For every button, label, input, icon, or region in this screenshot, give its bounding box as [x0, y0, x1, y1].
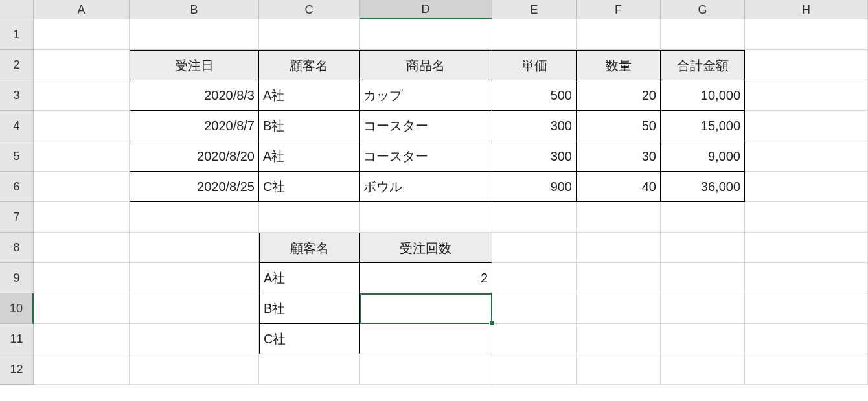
cell-E7[interactable] [492, 202, 577, 233]
row-header-12[interactable]: 12 [0, 354, 34, 385]
cell-F2[interactable]: 数量 [577, 50, 661, 80]
cell-E1[interactable] [492, 19, 577, 50]
cell-G9[interactable] [661, 263, 745, 293]
cell-H12[interactable] [745, 354, 868, 385]
cell-F7[interactable] [577, 202, 661, 233]
cell-B9[interactable] [130, 263, 259, 293]
cell-H4[interactable] [745, 111, 868, 141]
row-header-2[interactable]: 2 [0, 50, 34, 80]
cell-D1[interactable] [360, 19, 492, 50]
cell-D10[interactable] [360, 293, 492, 324]
cell-D12[interactable] [360, 354, 492, 385]
col-header-E[interactable]: E [492, 0, 577, 19]
row-header-6[interactable]: 6 [0, 172, 34, 202]
cell-D6[interactable]: ボウル [360, 172, 492, 202]
cell-C6[interactable]: C社 [259, 172, 360, 202]
cell-C11[interactable]: C社 [259, 324, 360, 354]
cell-C8[interactable]: 顧客名 [259, 233, 360, 263]
cell-C10[interactable]: B社 [259, 293, 360, 324]
cell-B10[interactable] [130, 293, 259, 324]
cell-F1[interactable] [577, 19, 661, 50]
row-header-3[interactable]: 3 [0, 80, 34, 111]
cell-D9[interactable]: 2 [360, 263, 492, 293]
cell-G7[interactable] [661, 202, 745, 233]
cell-H6[interactable] [745, 172, 868, 202]
cell-C2[interactable]: 顧客名 [259, 50, 360, 80]
cell-G8[interactable] [661, 233, 745, 263]
cell-D5[interactable]: コースター [360, 141, 492, 172]
cell-G12[interactable] [661, 354, 745, 385]
cell-A3[interactable] [34, 80, 130, 111]
cell-C12[interactable] [259, 354, 360, 385]
cell-E2[interactable]: 単価 [492, 50, 577, 80]
cell-H11[interactable] [745, 324, 868, 354]
col-header-H[interactable]: H [745, 0, 868, 19]
cell-D8[interactable]: 受注回数 [360, 233, 492, 263]
row-header-5[interactable]: 5 [0, 141, 34, 172]
cell-D11[interactable] [360, 324, 492, 354]
cell-F6[interactable]: 40 [577, 172, 661, 202]
cell-B8[interactable] [130, 233, 259, 263]
col-header-F[interactable]: F [577, 0, 661, 19]
row-header-9[interactable]: 9 [0, 263, 34, 293]
cell-F4[interactable]: 50 [577, 111, 661, 141]
cell-E9[interactable] [492, 263, 577, 293]
cell-G2[interactable]: 合計金額 [661, 50, 745, 80]
cell-A6[interactable] [34, 172, 130, 202]
col-header-C[interactable]: C [259, 0, 360, 19]
cell-E5[interactable]: 300 [492, 141, 577, 172]
cell-F10[interactable] [577, 293, 661, 324]
cell-F5[interactable]: 30 [577, 141, 661, 172]
cell-G1[interactable] [661, 19, 745, 50]
cell-H9[interactable] [745, 263, 868, 293]
cell-A11[interactable] [34, 324, 130, 354]
cell-C3[interactable]: A社 [259, 80, 360, 111]
col-header-A[interactable]: A [34, 0, 130, 19]
col-header-B[interactable]: B [130, 0, 259, 19]
cell-G6[interactable]: 36,000 [661, 172, 745, 202]
cell-A10[interactable] [34, 293, 130, 324]
row-header-11[interactable]: 11 [0, 324, 34, 354]
cell-B2[interactable]: 受注日 [130, 50, 259, 80]
cell-F8[interactable] [577, 233, 661, 263]
cell-B1[interactable] [130, 19, 259, 50]
cell-D4[interactable]: コースター [360, 111, 492, 141]
cell-A1[interactable] [34, 19, 130, 50]
cell-F9[interactable] [577, 263, 661, 293]
cell-A9[interactable] [34, 263, 130, 293]
cell-G3[interactable]: 10,000 [661, 80, 745, 111]
cell-H5[interactable] [745, 141, 868, 172]
row-header-1[interactable]: 1 [0, 19, 34, 50]
cell-E4[interactable]: 300 [492, 111, 577, 141]
cell-E6[interactable]: 900 [492, 172, 577, 202]
cell-H2[interactable] [745, 50, 868, 80]
cell-A12[interactable] [34, 354, 130, 385]
cell-A8[interactable] [34, 233, 130, 263]
cell-E8[interactable] [492, 233, 577, 263]
cell-F3[interactable]: 20 [577, 80, 661, 111]
cell-A5[interactable] [34, 141, 130, 172]
row-header-8[interactable]: 8 [0, 233, 34, 263]
cell-G4[interactable]: 15,000 [661, 111, 745, 141]
cell-H1[interactable] [745, 19, 868, 50]
cell-H7[interactable] [745, 202, 868, 233]
cell-D2[interactable]: 商品名 [360, 50, 492, 80]
col-header-D[interactable]: D [360, 0, 492, 19]
cell-E10[interactable] [492, 293, 577, 324]
cell-A4[interactable] [34, 111, 130, 141]
cell-B6[interactable]: 2020/8/25 [130, 172, 259, 202]
cell-E12[interactable] [492, 354, 577, 385]
cell-E3[interactable]: 500 [492, 80, 577, 111]
cell-G10[interactable] [661, 293, 745, 324]
cell-G11[interactable] [661, 324, 745, 354]
cell-B5[interactable]: 2020/8/20 [130, 141, 259, 172]
cell-H10[interactable] [745, 293, 868, 324]
cell-C1[interactable] [259, 19, 360, 50]
cell-G5[interactable]: 9,000 [661, 141, 745, 172]
cell-H3[interactable] [745, 80, 868, 111]
cell-C4[interactable]: B社 [259, 111, 360, 141]
cell-C9[interactable]: A社 [259, 263, 360, 293]
cell-C7[interactable] [259, 202, 360, 233]
cell-C5[interactable]: A社 [259, 141, 360, 172]
cell-B3[interactable]: 2020/8/3 [130, 80, 259, 111]
